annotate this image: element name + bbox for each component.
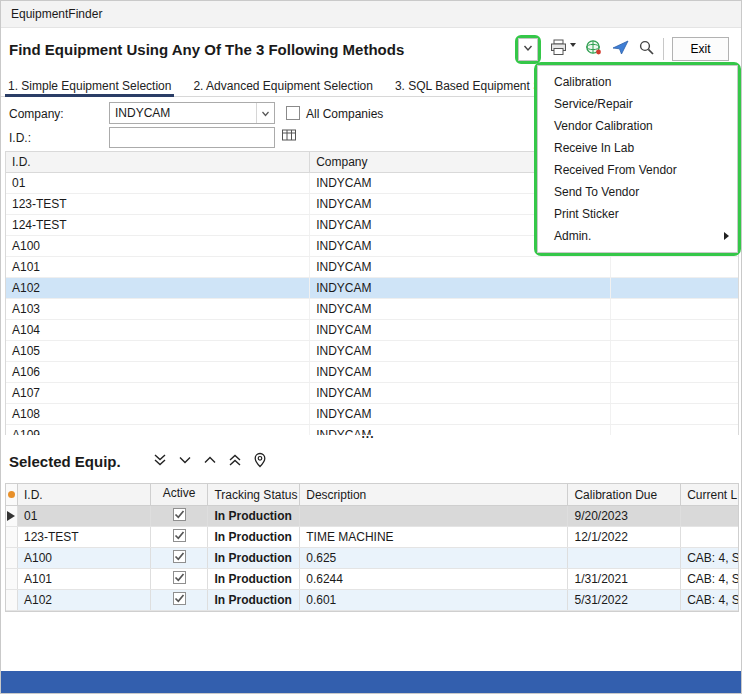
active-checkbox[interactable] [173,571,186,584]
window-title: EquipmentFinder [11,7,102,21]
active-cell [151,569,209,589]
chevron-down-icon [177,452,193,471]
table-cell [611,341,738,361]
move-all-up-button[interactable] [227,452,243,471]
id-cell: A101 [18,569,151,589]
calibration-due-cell: 9/20/2023 [568,506,681,526]
send-button[interactable] [611,38,630,60]
menu-item-print-sticker[interactable]: Print Sticker [538,203,737,225]
selected-table-row[interactable]: 01In Production9/20/2023 [6,506,738,527]
description-cell: 0.6244 [300,569,568,589]
column-header-calibration-due[interactable]: Calibration Due [568,484,681,505]
tab-advanced-equipment-selection[interactable]: 2. Advanced Equipment Selection [190,76,375,97]
selected-equip-title: Selected Equip. [9,453,121,470]
column-header-active[interactable]: Active [151,484,209,505]
id-cell: A100 [18,548,151,568]
table-row[interactable]: A104INDYCAM [6,320,738,341]
active-checkbox[interactable] [173,550,186,563]
menu-item-label: Print Sticker [554,207,619,221]
menu-item-receive-in-lab[interactable]: Receive In Lab [538,137,737,159]
table-cell: INDYCAM [310,278,611,298]
chevron-up-icon [202,452,218,471]
submenu-arrow-icon [724,232,729,240]
column-header-id[interactable]: I.D. [18,484,151,505]
move-all-down-button[interactable] [152,452,168,471]
table-row[interactable]: A102INDYCAM [6,278,738,299]
selected-table-row[interactable]: A101In Production0.62441/31/2021CAB: 4, … [6,569,738,590]
table-row[interactable]: A105INDYCAM [6,341,738,362]
move-down-button[interactable] [177,452,193,471]
grid-lookup-icon [281,132,298,147]
table-cell [611,425,738,435]
column-header-id[interactable]: I.D. [6,152,310,172]
printer-icon [549,38,568,60]
scroll-more-indicator[interactable]: ... [351,427,385,441]
current-location-cell [681,527,738,547]
menu-item-received-from-vendor[interactable]: Received From Vendor [538,159,737,181]
active-checkbox[interactable] [173,592,186,605]
active-checkbox[interactable] [173,508,186,521]
current-row-marker-icon [6,506,18,526]
column-header-tracking-status[interactable]: Tracking Status [208,484,300,505]
table-cell: A100 [6,236,310,256]
menu-item-vendor-calibration[interactable]: Vendor Calibration [538,115,737,137]
browse-button[interactable] [281,127,298,147]
table-row[interactable]: A101INDYCAM [6,257,738,278]
table-cell: A104 [6,320,310,340]
tab-simple-equipment-selection[interactable]: 1. Simple Equipment Selection [5,76,174,97]
id-cell: A102 [18,590,151,610]
table-row[interactable]: A103INDYCAM [6,299,738,320]
company-combobox-value: INDYCAM [110,106,256,120]
menu-item-service-repair[interactable]: Service/Repair [538,93,737,115]
table-cell: A107 [6,383,310,403]
id-label: I.D.: [9,131,31,145]
table-cell: INDYCAM [310,257,611,277]
print-button[interactable] [549,38,576,60]
globe-button[interactable] [584,38,603,60]
table-cell: A105 [6,341,310,361]
page-title: Find Equipment Using Any Of The 3 Follow… [9,41,404,58]
all-companies-checkbox[interactable] [286,106,300,120]
table-cell: 123-TEST [6,194,310,214]
table-cell: INDYCAM [310,404,611,424]
combobox-arrow-icon[interactable] [256,103,274,123]
actions-dropdown-highlight [515,35,541,64]
table-cell [611,278,738,298]
menu-item-send-to-vendor[interactable]: Send To Vendor [538,181,737,203]
calibration-due-cell: 1/31/2021 [568,569,681,589]
current-location-cell: CAB: 4, SH [681,590,738,610]
table-row[interactable]: A106INDYCAM [6,362,738,383]
table-cell [611,404,738,424]
move-up-button[interactable] [202,452,218,471]
table-cell [611,257,738,277]
double-chevron-up-icon [227,452,243,471]
selected-table-row[interactable]: A100In Production0.625CAB: 4, SH [6,548,738,569]
active-checkbox[interactable] [173,529,186,542]
table-cell: A106 [6,362,310,382]
menu-item-calibration[interactable]: Calibration [538,71,737,93]
table-row[interactable]: A108INDYCAM [6,404,738,425]
actions-dropdown-button[interactable] [518,38,538,61]
menu-item-label: Receive In Lab [554,141,634,155]
exit-button[interactable]: Exit [672,37,729,61]
search-button[interactable] [638,39,655,59]
footer-bar [1,671,742,693]
table-row[interactable]: A107INDYCAM [6,383,738,404]
column-header-description[interactable]: Description [300,484,568,505]
company-combobox[interactable]: INDYCAM [109,102,275,124]
column-header-current-location[interactable]: Current L [681,484,738,505]
row-marker-cell [6,569,18,589]
active-cell [151,548,209,568]
selected-table-row[interactable]: 123-TESTIn ProductionTIME MACHINE12/1/20… [6,527,738,548]
menu-item-label: Admin. [554,229,591,243]
menu-item-admin[interactable]: Admin. [538,225,737,247]
marker-dot-icon [8,491,15,498]
selected-table-row[interactable]: A102In Production0.6015/31/2022CAB: 4, S… [6,590,738,611]
column-header-marker [6,484,18,505]
table-cell: INDYCAM [310,362,611,382]
locate-button[interactable] [252,452,268,471]
id-input[interactable] [109,127,275,148]
table-cell: INDYCAM [310,341,611,361]
selected-equip-header: Selected Equip. [9,452,268,471]
table-cell: 01 [6,173,310,193]
